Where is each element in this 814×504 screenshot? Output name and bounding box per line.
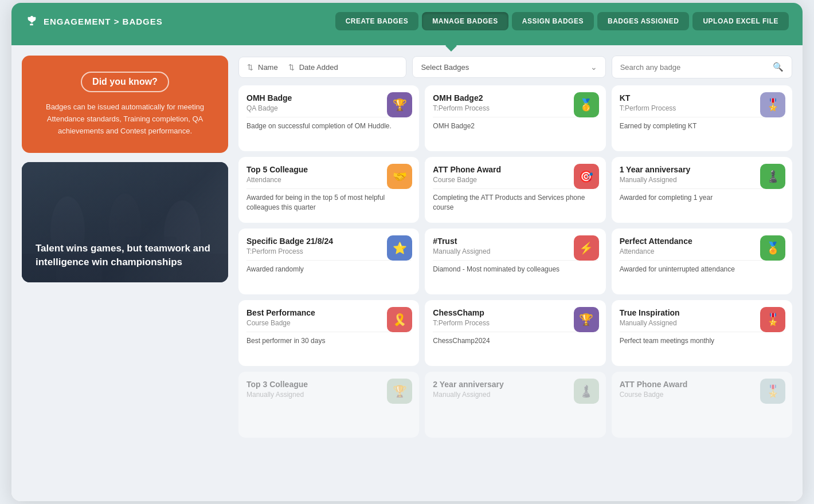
badge-card-subtitle: T:Perform Process — [246, 247, 411, 255]
badge-card-title: Top 3 Colleague — [246, 380, 411, 389]
badge-grid: 🏆 OMH Badge QA Badge Badge on successful… — [238, 85, 792, 438]
badge-card[interactable]: 🎖️ KT T:Perform Process Earned by comple… — [612, 85, 792, 151]
badge-card-desc: Earned by completing KT — [620, 117, 784, 131]
badge-card-subtitle: T:Perform Process — [433, 319, 597, 327]
badge-card[interactable]: 🎖️ True Inspiration Manually Assigned Pe… — [612, 300, 792, 366]
badge-card-desc: Diamond - Most nominated by colleagues — [433, 260, 597, 274]
badge-card-subtitle: Manually Assigned — [433, 391, 597, 399]
promo-card: Did you know? Badges can be issued autom… — [22, 56, 228, 153]
image-card-overlay: Talent wins games, but teamwork and inte… — [22, 162, 228, 282]
name-label: Name — [258, 63, 278, 72]
promo-title: Did you know? — [81, 72, 169, 92]
badge-icon: 🏆 — [387, 379, 412, 404]
image-card-text: Talent wins games, but teamwork and inte… — [36, 242, 214, 269]
badge-card-title: Top 5 Colleague — [246, 165, 411, 174]
badge-icon: ⚡ — [574, 235, 599, 261]
nav-manage-badges[interactable]: MANAGE BADGES — [422, 12, 508, 30]
badge-card-subtitle: Attendance — [620, 247, 784, 255]
header-nav: CREATE BADGES MANAGE BADGES ASSIGN BADGE… — [335, 12, 789, 30]
badge-card-title: OMH Badge — [246, 93, 411, 103]
sort-icon: ⇅ — [247, 63, 253, 72]
badge-icon: ♟️ — [574, 379, 599, 404]
badge-icon: 🎖️ — [760, 379, 785, 404]
search-icon: 🔍 — [773, 62, 784, 72]
main-content: Did you know? Badges can be issued autom… — [11, 45, 803, 501]
badge-icon: 🎖️ — [760, 92, 785, 117]
badge-card[interactable]: 🤝 Top 5 Colleague Attendance Awarded for… — [238, 157, 419, 223]
header-brand: ENGAGEMENT > BADGES — [25, 15, 335, 27]
search-badge-box[interactable]: 🔍 — [612, 56, 792, 78]
right-panel: ⇅ Name ⇅ Date Added Select Badges ⌄ 🔍 🏆 — [238, 56, 792, 491]
badge-card-title: 1 Year anniversary — [620, 165, 784, 174]
badge-icon: 🤝 — [387, 164, 412, 189]
badge-card-desc: ChessChamp2024 — [433, 332, 597, 346]
badge-icon: 🏆 — [387, 92, 412, 117]
badge-card-subtitle: Course Badge — [620, 391, 784, 399]
badge-card-title: ChessChamp — [433, 308, 597, 317]
badge-card-title: True Inspiration — [620, 308, 784, 317]
badge-card-subtitle: Attendance — [246, 176, 411, 184]
badge-card[interactable]: ⭐ Specific Badge 21/8/24 T:Perform Proce… — [238, 229, 419, 294]
badge-card[interactable]: 🏅 Perfect Attendance Attendance Awarded … — [612, 229, 792, 294]
app-container: ENGAGEMENT > BADGES CREATE BADGES MANAGE… — [11, 3, 803, 501]
badge-card-subtitle: Manually Assigned — [620, 319, 784, 327]
select-badges-label: Select Badges — [421, 63, 469, 72]
badge-card[interactable]: ♟️ 2 Year anniversary Manually Assigned — [425, 372, 605, 438]
badge-card-title: Specific Badge 21/8/24 — [246, 237, 411, 246]
nav-assign-badges[interactable]: ASSIGN BADGES — [512, 12, 594, 30]
trophy-icon — [25, 15, 38, 27]
badge-card-subtitle: QA Badge — [246, 104, 411, 112]
badge-card-title: 2 Year anniversary — [433, 380, 597, 389]
badge-icon: 🥇 — [574, 92, 599, 117]
badge-card-subtitle: T:Perform Process — [620, 104, 784, 112]
left-panel: Did you know? Badges can be issued autom… — [22, 56, 228, 491]
badge-card-subtitle: Course Badge — [246, 319, 411, 327]
badge-card[interactable]: 🎗️ Best Performance Course Badge Best pe… — [238, 300, 419, 366]
image-card: Talent wins games, but teamwork and inte… — [22, 162, 228, 282]
badge-card-desc: Awarded for completing 1 year — [620, 188, 784, 203]
tab-indicator-row — [11, 40, 803, 45]
badge-card-subtitle: Manually Assigned — [433, 247, 597, 255]
badge-card[interactable]: 🏆 OMH Badge QA Badge Badge on successful… — [238, 85, 419, 151]
nav-upload-excel[interactable]: UPLOAD EXCEL FILE — [692, 12, 789, 30]
badge-card[interactable]: 🥇 OMH Badge2 T:Perform Process OMH Badge… — [425, 85, 605, 151]
badge-icon: 🎗️ — [387, 307, 412, 332]
badge-icon: 🎯 — [574, 164, 599, 189]
search-badge-input[interactable] — [620, 63, 768, 72]
nav-badges-assigned[interactable]: BADGES ASSIGNED — [597, 12, 689, 30]
badge-card[interactable]: 🏆 Top 3 Colleague Manually Assigned — [238, 372, 419, 438]
badge-card-desc: Perfect team meetings monthly — [620, 332, 784, 346]
badge-card-title: ATT Phone Award — [620, 380, 784, 389]
badge-icon: ⭐ — [387, 235, 412, 261]
badge-card[interactable]: 🎯 ATT Phone Award Course Badge Completin… — [425, 157, 605, 223]
badge-card-subtitle: Manually Assigned — [246, 391, 411, 399]
promo-text: Badges can be issued automatically for m… — [36, 101, 214, 137]
badge-card-title: Best Performance — [246, 308, 411, 317]
badge-card-title: #Trust — [433, 237, 597, 246]
badge-card-desc: Awarded randomly — [246, 260, 411, 274]
badge-icon: 🏅 — [760, 235, 785, 261]
badge-card-desc: Awarded for being in the top 5 of most h… — [246, 188, 411, 212]
badge-card[interactable]: 🏆 ChessChamp T:Perform Process ChessCham… — [425, 300, 605, 366]
name-date-filter[interactable]: ⇅ Name ⇅ Date Added — [238, 57, 406, 78]
select-badges-filter[interactable]: Select Badges ⌄ — [412, 56, 605, 78]
chevron-down-icon: ⌄ — [590, 62, 597, 72]
badge-card-title: Perfect Attendance — [620, 237, 784, 246]
badge-card-subtitle: Course Badge — [433, 176, 597, 184]
badge-card[interactable]: ⚡ #Trust Manually Assigned Diamond - Mos… — [425, 229, 605, 294]
badge-card[interactable]: ♟️ 1 Year anniversary Manually Assigned … — [612, 157, 792, 223]
brand-text: ENGAGEMENT > BADGES — [44, 17, 163, 26]
badge-card-title: OMH Badge2 — [433, 93, 597, 103]
date-label: Date Added — [299, 63, 338, 72]
badge-card-title: KT — [620, 93, 784, 103]
badge-icon: 🏆 — [574, 307, 599, 332]
filters-row: ⇅ Name ⇅ Date Added Select Badges ⌄ 🔍 — [238, 56, 792, 78]
badge-card[interactable]: 🎖️ ATT Phone Award Course Badge — [612, 372, 792, 438]
badge-icon: 🎖️ — [760, 307, 785, 332]
nav-create-badges[interactable]: CREATE BADGES — [335, 12, 419, 30]
badge-card-desc: Badge on successful completion of OM Hud… — [246, 117, 411, 131]
badge-icon: ♟️ — [760, 164, 785, 189]
badge-card-subtitle: Manually Assigned — [620, 176, 784, 184]
badge-card-title: ATT Phone Award — [433, 165, 597, 174]
badge-card-subtitle: T:Perform Process — [433, 104, 597, 112]
